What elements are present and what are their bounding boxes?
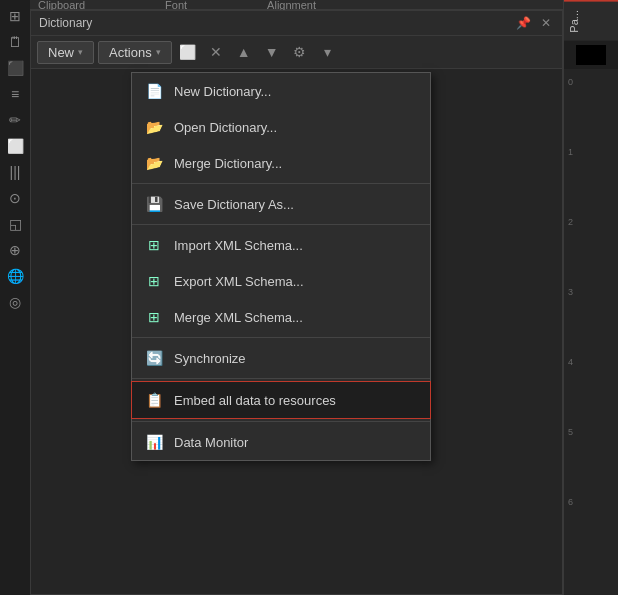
embed-all-data-icon: 📋: [144, 390, 164, 410]
menu-item-embed-all-data[interactable]: 📋 Embed all data to resources: [131, 381, 431, 419]
separator-3: [132, 337, 430, 338]
panel-header: Dictionary 📌 ✕: [31, 11, 562, 36]
synchronize-icon: 🔄: [144, 348, 164, 368]
merge-dictionary-icon: 📂: [144, 153, 164, 173]
ruler-mark-0: 0: [564, 77, 618, 147]
sidebar-icon-6[interactable]: ⬜: [3, 134, 27, 158]
save-dictionary-label: Save Dictionary As...: [174, 197, 294, 212]
merge-xml-label: Merge XML Schema...: [174, 310, 303, 325]
data-monitor-label: Data Monitor: [174, 435, 248, 450]
open-dictionary-icon: 📂: [144, 117, 164, 137]
sidebar-icon-9[interactable]: ◱: [3, 212, 27, 236]
menu-item-merge-xml[interactable]: ⊞ Merge XML Schema...: [132, 299, 430, 335]
ruler-mark-1: 1: [564, 147, 618, 217]
topbar-alignment: Alignment: [267, 0, 316, 11]
settings-chevron-button[interactable]: ▾: [316, 40, 340, 64]
actions-button[interactable]: Actions ▾: [98, 41, 172, 64]
ruler-mark-3: 3: [564, 287, 618, 357]
sidebar-icon-4[interactable]: ≡: [3, 82, 27, 106]
move-down-icon-button[interactable]: ▼: [260, 40, 284, 64]
move-up-icon-button[interactable]: ▲: [232, 40, 256, 64]
separator-2: [132, 224, 430, 225]
sidebar-icon-8[interactable]: ⊙: [3, 186, 27, 210]
separator-5: [132, 421, 430, 422]
menu-item-open-dictionary[interactable]: 📂 Open Dictionary...: [132, 109, 430, 145]
import-xml-icon: ⊞: [144, 235, 164, 255]
right-panel-tab[interactable]: Pa...: [564, 0, 618, 41]
export-xml-icon: ⊞: [144, 271, 164, 291]
color-swatch-black: [576, 45, 606, 65]
actions-label: Actions: [109, 45, 152, 60]
merge-xml-icon: ⊞: [144, 307, 164, 327]
actions-dropdown-menu: 📄 New Dictionary... 📂 Open Dictionary...…: [131, 72, 431, 461]
sidebar-icon-12[interactable]: ◎: [3, 290, 27, 314]
right-panel: Pa... 0 1 2 3 4 5 6: [563, 0, 618, 595]
embed-all-data-label: Embed all data to resources: [174, 393, 336, 408]
menu-item-data-monitor[interactable]: 📊 Data Monitor: [132, 424, 430, 460]
sidebar-icon-5[interactable]: ✏: [3, 108, 27, 132]
new-dictionary-label: New Dictionary...: [174, 84, 271, 99]
ruler-mark-5: 5: [564, 427, 618, 497]
settings-icon-button[interactable]: ⚙: [288, 40, 312, 64]
merge-dictionary-label: Merge Dictionary...: [174, 156, 282, 171]
top-bar-items: Clipboard Font Alignment: [38, 0, 316, 11]
new-label: New: [48, 45, 74, 60]
menu-item-synchronize[interactable]: 🔄 Synchronize: [132, 340, 430, 376]
new-button[interactable]: New ▾: [37, 41, 94, 64]
left-sidebar: ⊞ 🗒 ⬛ ≡ ✏ ⬜ ||| ⊙ ◱ ⊕ 🌐 ◎: [0, 0, 30, 595]
close-panel-button[interactable]: ✕: [538, 15, 554, 31]
sidebar-icon-1[interactable]: ⊞: [3, 4, 27, 28]
new-dictionary-icon: 📄: [144, 81, 164, 101]
actions-chevron: ▾: [156, 47, 161, 57]
edit-icon-button[interactable]: ⬜: [176, 40, 200, 64]
menu-item-merge-dictionary[interactable]: 📂 Merge Dictionary...: [132, 145, 430, 181]
sidebar-icon-2[interactable]: 🗒: [3, 30, 27, 54]
toolbar: New ▾ Actions ▾ ⬜ ✕ ▲ ▼ ⚙ ▾ 📄 New Dictio…: [31, 36, 562, 69]
ruler: 0 1 2 3 4 5 6: [564, 69, 618, 595]
synchronize-label: Synchronize: [174, 351, 246, 366]
sidebar-icon-3[interactable]: ⬛: [3, 56, 27, 80]
ruler-mark-2: 2: [564, 217, 618, 287]
import-xml-label: Import XML Schema...: [174, 238, 303, 253]
sidebar-icon-10[interactable]: ⊕: [3, 238, 27, 262]
menu-item-new-dictionary[interactable]: 📄 New Dictionary...: [132, 73, 430, 109]
sidebar-icon-11[interactable]: 🌐: [3, 264, 27, 288]
ruler-mark-4: 4: [564, 357, 618, 427]
menu-item-save-dictionary-as[interactable]: 💾 Save Dictionary As...: [132, 186, 430, 222]
pin-icon[interactable]: 📌: [513, 15, 534, 31]
export-xml-label: Export XML Schema...: [174, 274, 304, 289]
data-monitor-icon: 📊: [144, 432, 164, 452]
menu-item-import-xml[interactable]: ⊞ Import XML Schema...: [132, 227, 430, 263]
sidebar-icon-7[interactable]: |||: [3, 160, 27, 184]
separator-4: [132, 378, 430, 379]
topbar-font: Font: [165, 0, 187, 11]
save-dictionary-icon: 💾: [144, 194, 164, 214]
separator-1: [132, 183, 430, 184]
top-bar: Clipboard Font Alignment: [30, 0, 563, 10]
ruler-mark-6: 6: [564, 497, 618, 567]
dictionary-panel: Dictionary 📌 ✕ New ▾ Actions ▾ ⬜ ✕ ▲ ▼ ⚙…: [30, 10, 563, 595]
panel-title: Dictionary: [39, 16, 509, 30]
main-area: Clipboard Font Alignment Dictionary 📌 ✕ …: [30, 0, 563, 595]
menu-item-export-xml[interactable]: ⊞ Export XML Schema...: [132, 263, 430, 299]
delete-icon-button[interactable]: ✕: [204, 40, 228, 64]
new-chevron: ▾: [78, 47, 83, 57]
open-dictionary-label: Open Dictionary...: [174, 120, 277, 135]
topbar-clipboard: Clipboard: [38, 0, 85, 11]
